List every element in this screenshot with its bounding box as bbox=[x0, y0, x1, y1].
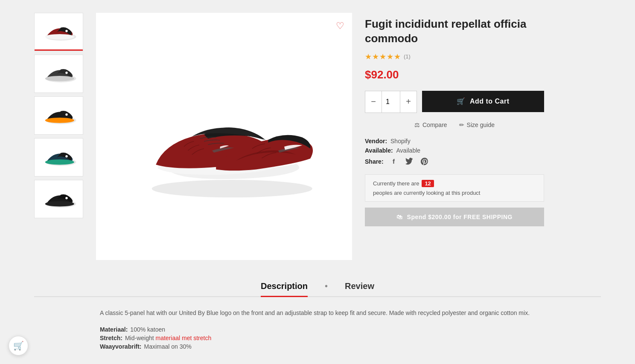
thumbnail-column bbox=[34, 13, 83, 260]
floating-cart-button[interactable]: 🛒 bbox=[9, 336, 28, 355]
main-product-image bbox=[124, 72, 324, 201]
quantity-control: − + bbox=[365, 91, 417, 113]
thumbnail-1[interactable] bbox=[34, 13, 83, 51]
product-price: $92.00 bbox=[365, 68, 544, 81]
available-label: Available: bbox=[365, 147, 393, 154]
share-row: Share: f bbox=[365, 156, 544, 167]
vendor-value: Shopify bbox=[390, 138, 411, 144]
tab-content: A classic 5-panel hat with our United By… bbox=[83, 308, 552, 350]
quantity-decrease-button[interactable]: − bbox=[365, 91, 382, 113]
spec-item-2: Stretch: Mid-weight materiaal met stretc… bbox=[100, 335, 535, 341]
tab-spec-list: Materiaal: 100% katoen Stretch: Mid-weig… bbox=[100, 326, 535, 350]
compare-button[interactable]: ⚖ Compare bbox=[414, 121, 447, 128]
tab-description-text: A classic 5-panel hat with our United By… bbox=[100, 308, 535, 318]
thumbnail-2[interactable] bbox=[34, 55, 83, 93]
wishlist-button[interactable]: ♡ bbox=[336, 20, 344, 32]
size-guide-button[interactable]: ✏ Size guide bbox=[459, 121, 495, 128]
thumbnail-4[interactable] bbox=[34, 138, 83, 176]
tabs-header: Description • Review bbox=[34, 281, 601, 297]
svg-point-5 bbox=[65, 72, 67, 74]
tab-description[interactable]: Description bbox=[261, 281, 308, 296]
spec-item-1: Materiaal: 100% katoen bbox=[100, 326, 535, 333]
viewers-count-badge: 12 bbox=[422, 180, 434, 187]
shipping-text: Spend $200.00 for FREE SHIPPING bbox=[407, 214, 513, 220]
action-links: ⚖ Compare ✏ Size guide bbox=[365, 121, 544, 128]
spec-value-3: Maximaal on 30% bbox=[144, 343, 192, 350]
viewers-suffix: peoples are currently looking at this pr… bbox=[373, 190, 480, 196]
svg-point-11 bbox=[65, 155, 67, 157]
product-info: Fugit incididunt repellat officia commod… bbox=[365, 13, 544, 260]
heart-icon: ♡ bbox=[336, 20, 344, 31]
stretch-link[interactable]: materiaal met stretch bbox=[156, 335, 212, 341]
twitter-icon[interactable] bbox=[404, 156, 414, 167]
add-to-cart-row: − + 🛒 Add to Cart bbox=[365, 91, 544, 113]
spec-value-2: Mid-weight materiaal met stretch bbox=[125, 335, 211, 341]
main-image-container: ♡ bbox=[96, 13, 352, 260]
facebook-icon[interactable]: f bbox=[389, 156, 399, 167]
spec-label-1: Materiaal: bbox=[100, 326, 128, 333]
cart-icon: 🛒 bbox=[457, 97, 466, 105]
compare-icon: ⚖ bbox=[414, 121, 420, 128]
available-value: Available bbox=[396, 147, 421, 154]
tabs-section: Description • Review A classic 5-panel h… bbox=[34, 281, 601, 350]
svg-point-7 bbox=[45, 118, 74, 123]
page-wrapper: ♡ bbox=[0, 0, 635, 364]
product-title: Fugit incididunt repellat officia commod… bbox=[365, 17, 544, 46]
spec-label-3: Waayvorabrift: bbox=[100, 343, 142, 350]
spec-value-1: 100% katoen bbox=[130, 326, 165, 333]
svg-point-1 bbox=[45, 34, 74, 40]
svg-point-2 bbox=[65, 30, 67, 32]
vendor-row: Vendor: Shopify bbox=[365, 138, 544, 144]
tab-separator: • bbox=[325, 281, 328, 296]
spec-label-2: Stretch: bbox=[100, 335, 122, 341]
pinterest-icon[interactable] bbox=[419, 156, 430, 167]
svg-point-15 bbox=[152, 180, 312, 197]
tab-review[interactable]: Review bbox=[345, 281, 374, 296]
quantity-input[interactable] bbox=[382, 91, 400, 113]
shipping-icon: 🛍 bbox=[396, 214, 403, 220]
ruler-icon: ✏ bbox=[459, 121, 464, 128]
star-rating: ★★★★★ bbox=[365, 52, 401, 61]
thumbnail-5[interactable] bbox=[34, 180, 83, 218]
spec-item-3: Waayvorabrift: Maximaal on 30% bbox=[100, 343, 535, 350]
viewers-bar: Currently there are 12 peoples are curre… bbox=[365, 174, 544, 202]
viewers-prefix: Currently there are bbox=[373, 180, 419, 187]
compare-label: Compare bbox=[422, 121, 447, 128]
svg-point-4 bbox=[45, 76, 74, 81]
shipping-bar: 🛍 Spend $200.00 for FREE SHIPPING bbox=[365, 208, 544, 226]
rating-row: ★★★★★ (1) bbox=[365, 52, 544, 61]
review-count[interactable]: (1) bbox=[404, 53, 411, 60]
add-to-cart-button[interactable]: 🛒 Add to Cart bbox=[422, 91, 544, 112]
svg-point-14 bbox=[65, 197, 67, 199]
quantity-increase-button[interactable]: + bbox=[400, 91, 417, 113]
size-guide-label: Size guide bbox=[467, 121, 495, 128]
thumbnail-3[interactable] bbox=[34, 96, 83, 135]
svg-point-13 bbox=[45, 201, 74, 207]
vendor-label: Vendor: bbox=[365, 138, 387, 144]
floating-cart-icon: 🛒 bbox=[13, 341, 24, 351]
add-to-cart-label: Add to Cart bbox=[470, 98, 510, 105]
product-section: ♡ bbox=[34, 13, 601, 260]
share-label: Share: bbox=[365, 158, 384, 165]
available-row: Available: Available bbox=[365, 147, 544, 154]
svg-point-8 bbox=[65, 113, 67, 116]
svg-point-10 bbox=[45, 159, 74, 165]
